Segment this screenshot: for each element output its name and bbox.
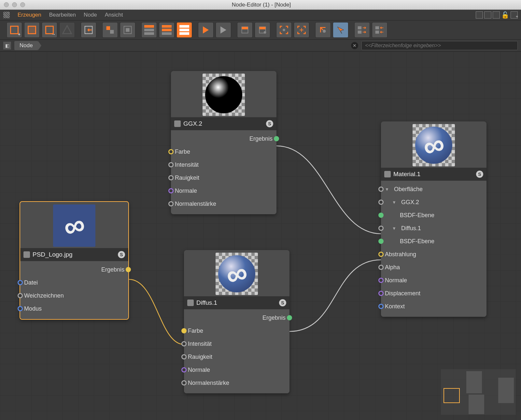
node-type-icon <box>174 120 181 127</box>
menu-ansicht[interactable]: Ansicht <box>105 12 123 18</box>
solo-badge[interactable]: S <box>476 171 483 178</box>
svg-rect-8 <box>260 27 266 30</box>
node-header[interactable]: Diffus.1 S <box>184 296 289 309</box>
input-intensitaet[interactable]: Intensität <box>171 158 276 171</box>
play-grey-button[interactable] <box>216 22 231 38</box>
tree-diffus1[interactable]: ▼Diffus.1 <box>381 222 486 235</box>
stack-top-button[interactable] <box>141 22 157 38</box>
lock-icon[interactable]: 🔓 <box>501 11 509 19</box>
minimap[interactable] <box>441 369 516 415</box>
input-modus[interactable]: Modus <box>20 302 128 315</box>
zoom-window-button[interactable] <box>20 2 25 7</box>
svg-point-11 <box>323 30 326 33</box>
play-orange-button[interactable] <box>198 22 214 38</box>
frame-selected-button[interactable] <box>294 22 309 38</box>
menubar: Erzeugen Bearbeiten Node Ansicht 🔓 + <box>0 10 521 20</box>
input-displacement[interactable]: Displacement <box>381 287 486 300</box>
node-material1[interactable]: Material.1 S ▼Oberfläche ▼GGX.2 BSDF-Ebe… <box>381 121 486 317</box>
cursor-button[interactable] <box>333 22 348 38</box>
tree-ggx2[interactable]: ▼GGX.2 <box>381 196 486 209</box>
path-root-icon[interactable]: ◧ <box>3 42 11 49</box>
stack-all-button[interactable] <box>176 22 192 38</box>
tool-group-snap <box>315 21 349 38</box>
tool-group-io <box>80 21 97 38</box>
minimize-window-button[interactable] <box>12 2 17 7</box>
window-layout-icons: 🔓 + <box>476 11 518 19</box>
node-title: Material.1 <box>393 171 420 178</box>
solo-badge[interactable]: S <box>118 251 125 258</box>
input-oberflaeche[interactable]: ▼Oberfläche <box>381 183 486 196</box>
input-normalenstaerke[interactable]: Normalenstärke <box>171 197 276 210</box>
node-title: Diffus.1 <box>196 299 217 306</box>
svg-rect-13 <box>358 31 361 34</box>
node-psd-logo[interactable]: PSD_Logo.jpg S Ergebnis Datei Weichzeich… <box>20 201 129 320</box>
node-preview <box>184 250 289 296</box>
input-normale[interactable]: Normale <box>381 274 486 287</box>
breadcrumb-node[interactable]: Node <box>14 41 38 50</box>
snap-back-button[interactable] <box>315 22 331 38</box>
select-node-button[interactable] <box>24 22 40 38</box>
input-bsdf-ebene-1[interactable]: BSDF-Ebene <box>381 209 486 222</box>
menu-bearbeiten[interactable]: Bearbeiten <box>49 12 76 18</box>
minimap-viewport[interactable] <box>444 388 460 403</box>
align-h-button[interactable] <box>354 22 370 38</box>
box-b-button[interactable] <box>255 22 270 38</box>
output-ergebnis[interactable]: Ergebnis <box>171 132 276 145</box>
node-header[interactable]: Material.1 S <box>381 168 486 181</box>
import-button[interactable] <box>81 22 96 38</box>
svg-point-9 <box>264 31 266 34</box>
caret-down-icon[interactable]: ▼ <box>385 187 389 192</box>
group-button[interactable] <box>102 22 118 38</box>
input-farbe[interactable]: Farbe <box>184 324 289 337</box>
panel-layout-b-icon[interactable] <box>484 11 491 19</box>
stack-mid-button[interactable] <box>159 22 175 38</box>
input-rauigkeit[interactable]: Rauigkeit <box>184 350 289 363</box>
input-normale[interactable]: Normale <box>171 184 276 197</box>
export-node-button[interactable]: → <box>42 22 57 38</box>
add-node-button[interactable]: + <box>7 22 22 38</box>
input-normale[interactable]: Normale <box>184 363 289 376</box>
panel-layout-a-icon[interactable] <box>476 11 483 19</box>
node-canvas[interactable]: GGX.2 S Ergebnis Farbe Intensität Rauigk… <box>0 51 521 420</box>
align-v-button[interactable] <box>372 22 387 38</box>
input-intensitaet[interactable]: Intensität <box>184 337 289 350</box>
caret-down-icon[interactable]: ▼ <box>392 226 397 231</box>
input-farbe[interactable]: Farbe <box>171 145 276 158</box>
tool-group-box <box>236 21 271 38</box>
output-ergebnis[interactable]: Ergebnis <box>20 263 128 276</box>
node-header[interactable]: GGX.2 S <box>171 117 276 130</box>
tool-group-frame <box>275 21 310 38</box>
node-diffus1[interactable]: Diffus.1 S Ergebnis Farbe Intensität Rau… <box>184 250 289 393</box>
solo-badge[interactable]: S <box>279 299 286 306</box>
input-bsdf-ebene-2[interactable]: BSDF-Ebene <box>381 235 486 248</box>
input-weichzeichnen[interactable]: Weichzeichnen <box>20 289 128 302</box>
frame-all-button[interactable] <box>276 22 292 38</box>
input-kontext[interactable]: Kontext <box>381 300 486 313</box>
clear-filter-button[interactable]: ✕ <box>351 42 358 49</box>
menu-node[interactable]: Node <box>84 12 97 18</box>
input-datei[interactable]: Datei <box>20 276 128 289</box>
grip-icon[interactable] <box>3 12 10 18</box>
menu-erzeugen[interactable]: Erzeugen <box>18 12 41 18</box>
ungroup-button[interactable] <box>120 22 135 38</box>
input-alpha[interactable]: Alpha <box>381 261 486 274</box>
panel-layout-c-icon[interactable] <box>493 11 500 19</box>
node-ggx2[interactable]: GGX.2 S Ergebnis Farbe Intensität Rauigk… <box>171 71 276 214</box>
caret-down-icon[interactable]: ▼ <box>392 200 397 205</box>
filter-input[interactable] <box>361 41 518 50</box>
warning-button[interactable] <box>59 22 75 38</box>
node-type-icon <box>384 171 391 177</box>
add-panel-icon[interactable]: + <box>511 11 518 19</box>
node-body: Ergebnis Datei Weichzeichnen Modus <box>20 261 128 319</box>
node-preview <box>381 121 486 168</box>
box-a-button[interactable] <box>237 22 253 38</box>
input-rauigkeit[interactable]: Rauigkeit <box>171 171 276 184</box>
svg-rect-15 <box>375 31 379 34</box>
output-ergebnis[interactable]: Ergebnis <box>184 311 289 324</box>
input-abstrahlung[interactable]: Abstrahlung <box>381 248 486 261</box>
solo-badge[interactable]: S <box>266 120 273 127</box>
node-header[interactable]: PSD_Logo.jpg S <box>20 248 128 261</box>
input-normalenstaerke[interactable]: Normalenstärke <box>184 376 289 389</box>
node-body: Ergebnis Farbe Intensität Rauigkeit Norm… <box>184 309 289 393</box>
close-window-button[interactable] <box>4 2 9 7</box>
